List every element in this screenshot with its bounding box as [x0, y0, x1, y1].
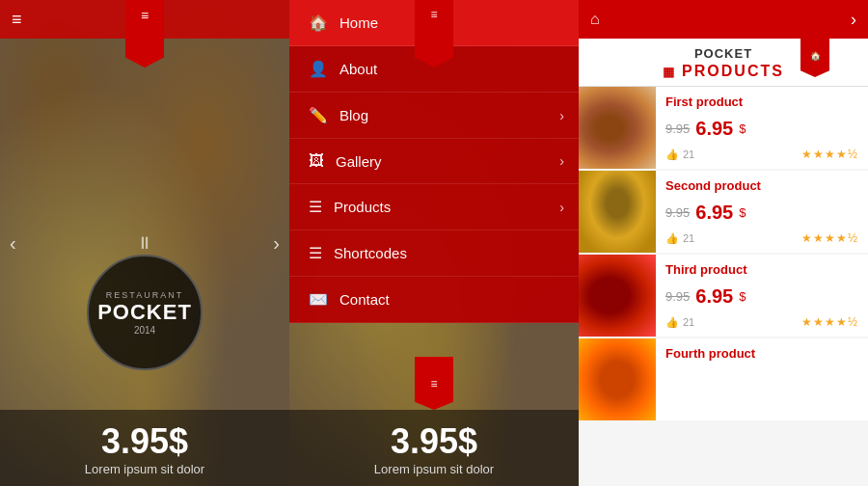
product-4-name: Fourth product — [665, 346, 858, 361]
ribbon2-icon: ≡ — [430, 8, 437, 21]
nav-item-home-label: Home — [339, 14, 378, 31]
bottom-ribbon-body: ≡ — [415, 357, 453, 410]
pocket-header: 🏠 POCKET ▦ PRODUCTS — [579, 39, 868, 87]
middle-price-display: 3.95$ — [289, 421, 579, 462]
product-4-image — [579, 338, 656, 420]
logo-badge: RESTAURANT POCKET 2014 — [87, 255, 203, 370]
nav-item-gallery-label: Gallery — [336, 153, 382, 170]
grid-icon: ▦ — [663, 65, 676, 79]
product-1-new-price: 6.95 — [695, 118, 733, 140]
thumb-up-3-icon: 👍 — [665, 316, 679, 329]
right-home-icon[interactable]: ⌂ — [590, 11, 600, 28]
product-2-stars: ★★★★½ — [801, 231, 858, 245]
product-item-1[interactable]: First product 9.95 6.95 $ 👍 21 ★★★★½ — [579, 87, 868, 169]
thumb-up-icon: 👍 — [665, 148, 679, 161]
shortcodes-nav-icon: ☰ — [309, 244, 322, 262]
product-1-likes: 👍 21 — [665, 148, 694, 161]
pocket-ribbon-icon: 🏠 — [810, 51, 821, 61]
product-3-stars: ★★★★½ — [801, 315, 858, 329]
contact-nav-icon: ✉️ — [309, 290, 328, 309]
nav-item-gallery[interactable]: 🖼 Gallery › — [289, 139, 579, 184]
product-3-likes: 👍 21 — [665, 316, 694, 329]
product-3-footer: 👍 21 ★★★★½ — [665, 315, 858, 329]
product-2-new-price: 6.95 — [695, 202, 733, 224]
restaurant-label: RESTAURANT — [106, 290, 183, 300]
product-1-old-price: 9.95 — [665, 122, 690, 136]
product-2-old-price: 9.95 — [665, 205, 690, 220]
bottom-price-section: 3.95$ Lorem ipsum sit dolor — [0, 410, 289, 486]
product-item-3[interactable]: Third product 9.95 6.95 $ 👍 21 ★★★★½ — [579, 255, 868, 337]
right-top-bar: ⌂ › — [579, 0, 868, 39]
home-nav-icon: 🏠 — [309, 14, 328, 32]
product-2-name: Second product — [665, 178, 858, 193]
product-list: First product 9.95 6.95 $ 👍 21 ★★★★½ — [579, 87, 868, 486]
middle-bottom-section: ≡ 3.95$ Lorem ipsum sit dolor — [289, 357, 579, 486]
ribbon-body: ≡ — [125, 0, 164, 68]
pocket-name-label: POCKET — [694, 46, 752, 61]
product-2-footer: 👍 21 ★★★★½ — [665, 231, 858, 245]
carousel-next-button[interactable]: › — [273, 232, 280, 255]
price-subtitle: Lorem ipsum sit dolor — [0, 462, 289, 476]
top-ribbon-middle: ≡ — [415, 0, 453, 68]
products-chevron-icon: › — [559, 200, 564, 215]
product-3-currency: $ — [739, 289, 746, 304]
product-1-info: First product 9.95 6.95 $ 👍 21 ★★★★½ — [656, 87, 868, 169]
product-3-info: Third product 9.95 6.95 $ 👍 21 ★★★★½ — [656, 255, 868, 337]
ribbon2-body: ≡ — [415, 0, 453, 68]
product-2-thumb — [579, 171, 656, 253]
product-3-name: Third product — [665, 262, 858, 277]
products-section-title: ▦ PRODUCTS — [663, 63, 784, 80]
product-2-image — [579, 171, 656, 253]
thumb-up-2-icon: 👍 — [665, 232, 679, 245]
middle-price-section: 3.95$ Lorem ipsum sit dolor — [289, 410, 579, 486]
right-panel: ⌂ › 🏠 POCKET ▦ PRODUCTS First product 9.… — [579, 0, 868, 486]
nav-item-about-label: About — [339, 61, 377, 77]
product-1-name: First product — [665, 94, 858, 109]
products-nav-icon: ☰ — [309, 198, 322, 216]
about-nav-icon: 👤 — [309, 60, 328, 78]
carousel-prev-button[interactable]: ‹ — [10, 232, 16, 255]
hamburger-icon[interactable]: ≡ — [12, 10, 22, 30]
blog-chevron-icon: › — [559, 108, 564, 123]
bottom-ribbon-icon: ≡ — [430, 377, 437, 391]
price-display: 3.95$ — [0, 421, 289, 462]
product-item-4[interactable]: Fourth product — [579, 338, 868, 420]
pocket-logo-small: POCKET — [694, 46, 752, 61]
year-label: 2014 — [134, 325, 155, 336]
product-4-info: Fourth product — [656, 338, 868, 420]
product-1-footer: 👍 21 ★★★★½ — [665, 148, 858, 161]
product-1-image — [579, 87, 656, 169]
product-4-thumb — [579, 338, 656, 420]
nav-item-shortcodes-label: Shortcodes — [334, 245, 407, 261]
bottom-ribbon: ≡ — [289, 357, 579, 410]
product-3-pricing: 9.95 6.95 $ — [665, 285, 858, 308]
product-3-image — [579, 255, 656, 337]
product-item-2[interactable]: Second product 9.95 6.95 $ 👍 21 ★★★★½ — [579, 171, 868, 253]
carousel-pause-button[interactable]: ⏸ — [136, 233, 153, 254]
product-3-old-price: 9.95 — [665, 289, 690, 304]
pocket-ribbon: 🏠 — [800, 34, 829, 77]
gallery-nav-icon: 🖼 — [309, 152, 324, 170]
ribbon-lines-icon: ≡ — [141, 8, 149, 23]
nav-item-products-label: Products — [334, 199, 391, 215]
nav-item-blog[interactable]: ✏️ Blog › — [289, 93, 579, 139]
middle-price-subtitle: Lorem ipsum sit dolor — [289, 462, 579, 476]
product-3-thumb — [579, 255, 656, 337]
product-2-likes: 👍 21 — [665, 232, 694, 245]
nav-item-products[interactable]: ☰ Products › — [289, 184, 579, 230]
nav-item-blog-label: Blog — [339, 107, 368, 123]
product-1-thumb — [579, 87, 656, 169]
right-back-icon[interactable]: › — [851, 10, 856, 30]
product-2-currency: $ — [739, 205, 746, 220]
nav-item-shortcodes[interactable]: ☰ Shortcodes — [289, 230, 579, 277]
product-2-info: Second product 9.95 6.95 $ 👍 21 ★★★★½ — [656, 171, 868, 253]
pocket-logo-text: POCKET — [97, 300, 192, 325]
nav-item-contact[interactable]: ✉️ Contact — [289, 277, 579, 323]
middle-panel: ‹ ≡ 🏠 Home 👤 About ✏️ Blog › 🖼 Gallery ›… — [289, 0, 579, 486]
products-title-text: PRODUCTS — [682, 63, 784, 80]
product-2-pricing: 9.95 6.95 $ — [665, 202, 858, 224]
gallery-chevron-icon: › — [559, 153, 564, 169]
product-3-new-price: 6.95 — [695, 285, 733, 308]
left-panel: ≡ ≡ RESTAURANT POCKET 2014 ‹ ⏸ › 3.95$ L… — [0, 0, 289, 486]
product-1-currency: $ — [739, 122, 746, 136]
